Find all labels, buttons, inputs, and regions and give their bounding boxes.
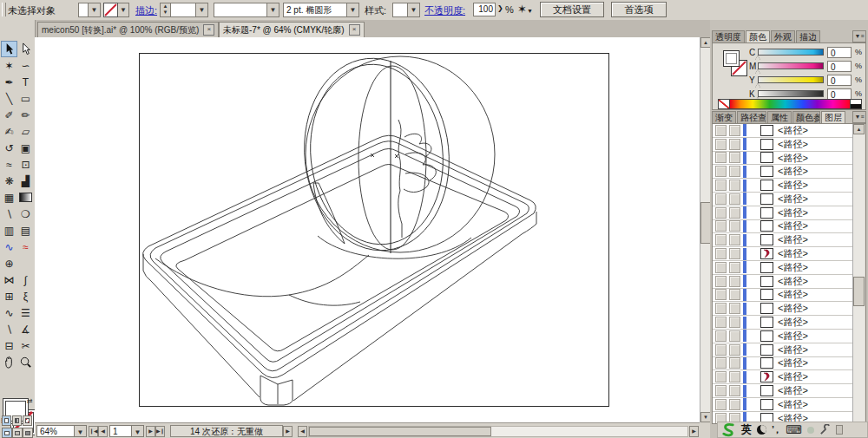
mesh-grid-tool[interactable]: ⊞ bbox=[1, 288, 17, 304]
wrinkle-tool[interactable]: ξ bbox=[17, 288, 34, 304]
soft-keyboard-icon[interactable]: ⌨ bbox=[786, 426, 802, 435]
line-segment-tool[interactable]: ╲ bbox=[1, 90, 17, 107]
blend-tool[interactable]: ❍ bbox=[17, 206, 34, 222]
lock-toggle[interactable] bbox=[729, 385, 740, 396]
spinner-icon[interactable]: ▲▼ bbox=[161, 3, 171, 16]
ime-handle-icon[interactable] bbox=[836, 425, 843, 435]
knife-tool[interactable]: ✂ bbox=[17, 337, 34, 354]
yellow-value-input[interactable]: 0 bbox=[827, 75, 852, 86]
stroke-weight-combo[interactable]: ▲▼ ▼ bbox=[160, 3, 208, 17]
chevron-down-icon[interactable]: ▼ bbox=[195, 3, 207, 16]
layer-row[interactable]: <路径> bbox=[713, 275, 856, 289]
ime-language-toggle[interactable]: 英 bbox=[741, 422, 752, 437]
layer-row[interactable]: <路径> bbox=[713, 384, 856, 398]
lock-toggle[interactable] bbox=[729, 399, 740, 410]
status-dot-icon[interactable] bbox=[807, 427, 814, 434]
status-popup-icon[interactable]: ▶ bbox=[283, 426, 293, 437]
brush-definition-dropdown[interactable]: 2 pt. 椭圆形▼ bbox=[283, 3, 359, 17]
layers-scrollbar[interactable]: ▲ bbox=[852, 124, 865, 423]
lock-toggle[interactable] bbox=[729, 330, 740, 342]
zigzag-tool[interactable]: ∿ bbox=[1, 304, 17, 321]
chevron-down-icon[interactable]: ▼ bbox=[407, 3, 419, 16]
layer-name[interactable]: <路径> bbox=[778, 370, 808, 383]
canvas[interactable] bbox=[35, 37, 700, 422]
crop-tool[interactable]: ⊟ bbox=[1, 337, 17, 354]
selection-tool[interactable] bbox=[1, 41, 17, 57]
layer-name[interactable]: <路径> bbox=[778, 288, 808, 301]
lock-toggle[interactable] bbox=[729, 357, 740, 369]
none-swatch[interactable] bbox=[719, 100, 730, 108]
mesh-tool[interactable]: ▦ bbox=[1, 189, 17, 206]
opacity-spinner-icon[interactable]: ❯ bbox=[497, 4, 503, 12]
black-slider[interactable] bbox=[758, 90, 824, 97]
lock-toggle[interactable] bbox=[729, 371, 740, 382]
layer-name[interactable]: <路径> bbox=[778, 302, 808, 315]
visibility-toggle[interactable] bbox=[715, 371, 727, 382]
layer-row[interactable]: <路径> bbox=[713, 124, 856, 138]
stroke-none-swatch[interactable] bbox=[103, 3, 118, 17]
layer-name[interactable]: <路径> bbox=[778, 138, 808, 151]
layer-name[interactable]: <路径> bbox=[778, 165, 808, 178]
visibility-toggle[interactable] bbox=[715, 220, 727, 232]
chevron-down-icon[interactable]: ▼ bbox=[88, 3, 100, 16]
preferences-button[interactable]: 首选项 bbox=[611, 2, 667, 17]
spectrum-gradient[interactable] bbox=[730, 100, 850, 108]
eyedropper-tool[interactable]: ∖ bbox=[1, 206, 17, 222]
layer-name[interactable]: <路径> bbox=[778, 261, 808, 274]
measure-tool[interactable]: ∡ bbox=[17, 321, 34, 337]
fullwidth-toggle-icon[interactable] bbox=[757, 425, 766, 435]
sogou-logo-icon[interactable] bbox=[721, 422, 736, 437]
page-number-combo[interactable]: 1▼ bbox=[109, 425, 144, 437]
layer-row[interactable]: <路径> bbox=[713, 343, 856, 357]
visibility-toggle[interactable] bbox=[715, 166, 727, 177]
layer-row[interactable]: <路径> bbox=[713, 316, 856, 330]
visibility-toggle[interactable] bbox=[715, 357, 727, 369]
visibility-toggle[interactable] bbox=[715, 180, 727, 191]
cyan-value-input[interactable]: 0 bbox=[827, 47, 852, 58]
gradient-tool[interactable] bbox=[17, 189, 34, 206]
fill-color-dropdown[interactable]: ▼ bbox=[78, 3, 101, 17]
lock-toggle[interactable] bbox=[729, 289, 740, 300]
layer-row[interactable]: <路径> bbox=[713, 138, 856, 152]
lock-toggle[interactable] bbox=[729, 262, 740, 273]
layer-row[interactable]: <路径> bbox=[713, 193, 856, 206]
panel-menu-icon[interactable]: ▼≡ bbox=[852, 111, 866, 123]
layer-row[interactable]: <路径> bbox=[713, 330, 856, 343]
visibility-toggle[interactable] bbox=[715, 399, 727, 410]
zoom-level-combo[interactable]: 64%▼ bbox=[36, 425, 87, 437]
lock-toggle[interactable] bbox=[729, 234, 740, 245]
pencil-tool[interactable]: ✏ bbox=[17, 107, 34, 123]
undo-status[interactable]: 14 次还原：无重做 bbox=[170, 425, 283, 437]
page-tool[interactable]: ⊕ bbox=[1, 255, 17, 271]
visibility-toggle[interactable] bbox=[715, 234, 727, 245]
lock-toggle[interactable] bbox=[729, 317, 740, 328]
lasso-tool[interactable]: ∽ bbox=[17, 57, 34, 74]
visibility-toggle[interactable] bbox=[715, 152, 727, 163]
close-icon[interactable]: × bbox=[203, 24, 214, 36]
rectangle-tool[interactable]: ▭ bbox=[17, 90, 34, 107]
slider-thumb[interactable] bbox=[755, 69, 760, 74]
tab-layers[interactable]: 图层 bbox=[821, 111, 845, 123]
layer-name[interactable]: <路径> bbox=[778, 384, 808, 397]
select-similar-icon[interactable]: ✶▼ bbox=[517, 3, 533, 16]
lock-toggle[interactable] bbox=[729, 139, 740, 150]
color-spectrum-bar[interactable] bbox=[718, 99, 862, 109]
layer-name[interactable]: <路径> bbox=[778, 124, 808, 137]
visibility-toggle[interactable] bbox=[715, 248, 727, 259]
tab-color[interactable]: 颜色 bbox=[746, 30, 770, 42]
tab-pathfinder[interactable]: 路径查找器 bbox=[737, 111, 766, 123]
layer-name[interactable]: <路径> bbox=[778, 233, 808, 246]
opacity-link[interactable]: 不透明度: bbox=[424, 4, 465, 17]
zoom-tool[interactable] bbox=[17, 354, 34, 370]
layer-row[interactable]: <路径> bbox=[713, 261, 856, 275]
envelope-distort-tool[interactable]: ⋈ bbox=[1, 271, 17, 288]
tab-attributes[interactable]: 属性 bbox=[767, 111, 792, 123]
scroll-left-icon[interactable]: ◀ bbox=[298, 426, 307, 437]
chevron-down-icon[interactable]: ▼ bbox=[74, 426, 86, 436]
document-setup-button[interactable]: 文档设置 bbox=[540, 2, 604, 17]
scroll-up-icon[interactable]: ▲ bbox=[853, 124, 865, 134]
layer-name[interactable]: <路径> bbox=[778, 247, 808, 260]
warp-tool[interactable]: ≈ bbox=[1, 156, 17, 173]
shape-curve-tool[interactable]: ∫ bbox=[17, 271, 34, 288]
layer-row[interactable]: <路径> bbox=[713, 247, 856, 261]
